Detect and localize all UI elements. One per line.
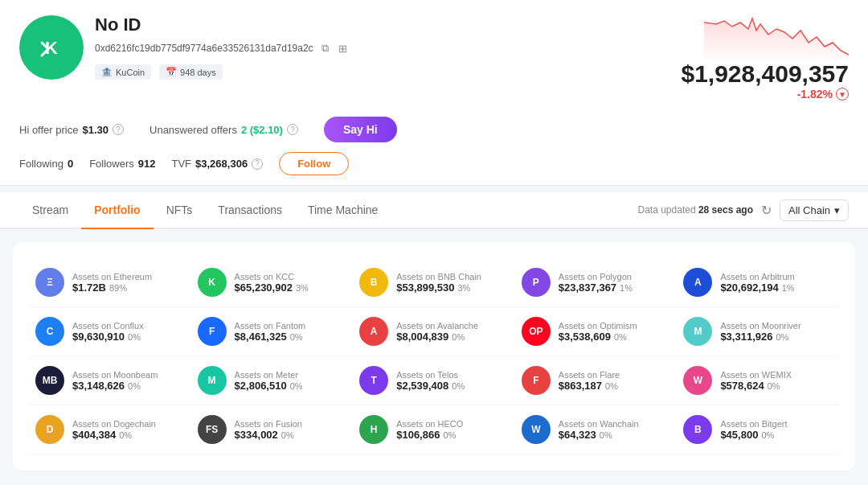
asset-info: Assets on Moonbeam$3,148,6260% bbox=[72, 370, 158, 392]
asset-value: $3,538,609 bbox=[559, 331, 611, 343]
asset-percent: 0% bbox=[614, 332, 627, 342]
chain-select-dropdown[interactable]: All Chain ▾ bbox=[780, 199, 849, 221]
asset-info: Assets on Conflux$9,630,9100% bbox=[72, 321, 144, 343]
hi-offer-help-icon[interactable]: ? bbox=[113, 124, 124, 135]
refresh-button[interactable]: ↻ bbox=[761, 203, 772, 218]
asset-percent: 0% bbox=[290, 381, 303, 391]
copy-address-button[interactable]: ⧉ bbox=[320, 40, 330, 56]
asset-info: Assets on Optimism$3,538,6090% bbox=[559, 321, 637, 343]
followers-stat: Followers 912 bbox=[89, 158, 155, 170]
asset-item: WAssets on WEMIX$578,6240% bbox=[677, 356, 839, 405]
asset-percent: 0% bbox=[452, 381, 465, 391]
platform-icon: 🏦 bbox=[101, 67, 113, 77]
tab-stream[interactable]: Stream bbox=[19, 192, 81, 229]
asset-info: Assets on WEMIX$578,6240% bbox=[720, 370, 792, 392]
asset-percent: 0% bbox=[443, 430, 456, 440]
tab-portfolio[interactable]: Portfolio bbox=[81, 192, 154, 229]
asset-value: $9,630,910 bbox=[72, 331, 125, 343]
calendar-icon: 📅 bbox=[166, 67, 177, 77]
asset-percent: 0% bbox=[761, 430, 774, 440]
asset-percent: 1% bbox=[782, 283, 795, 293]
asset-item: FSAssets on Fusion$334,0020% bbox=[191, 405, 354, 454]
asset-chain-icon: F bbox=[198, 317, 227, 346]
asset-chain-icon: P bbox=[522, 268, 551, 297]
tvf-stat: TVF $3,268,306 ? bbox=[171, 158, 263, 170]
asset-chain-name: Assets on Polygon bbox=[559, 272, 633, 282]
asset-percent: 0% bbox=[600, 430, 612, 440]
asset-info: Assets on Ethereum$1.72B89% bbox=[72, 272, 152, 294]
asset-chain-icon: F bbox=[522, 366, 551, 395]
tab-nfts[interactable]: NFTs bbox=[154, 192, 206, 229]
asset-percent: 0% bbox=[605, 381, 618, 391]
asset-chain-name: Assets on BNB Chain bbox=[396, 272, 481, 282]
asset-info: Assets on BNB Chain$53,899,5303% bbox=[396, 272, 481, 294]
asset-info: Assets on Arbitrum$20,692,1941% bbox=[720, 272, 794, 294]
asset-percent: 0% bbox=[128, 381, 141, 391]
asset-value: $23,837,367 bbox=[559, 282, 616, 294]
tabs-bar: Stream Portfolio NFTs Transactions Time … bbox=[0, 192, 868, 229]
asset-percent: 0% bbox=[281, 430, 294, 440]
circle-icon: ▼ bbox=[836, 88, 849, 101]
chevron-down-icon: ▾ bbox=[834, 204, 840, 216]
asset-item: KAssets on KCC$65,230,9023% bbox=[191, 258, 354, 307]
asset-chain-name: Assets on Meter bbox=[235, 370, 303, 380]
asset-item: TAssets on Telos$2,539,4080% bbox=[353, 356, 515, 405]
asset-percent: 0% bbox=[128, 332, 141, 342]
asset-chain-name: Assets on Moonbeam bbox=[72, 370, 158, 380]
assets-grid: ΞAssets on Ethereum$1.72B89%KAssets on K… bbox=[29, 258, 839, 454]
asset-chain-name: Assets on Bitgert bbox=[720, 419, 787, 429]
asset-info: Assets on Telos$2,539,4080% bbox=[396, 370, 465, 392]
asset-info: Assets on Meter$2,806,5100% bbox=[235, 370, 303, 392]
asset-item: MBAssets on Moonbeam$3,148,6260% bbox=[29, 356, 191, 405]
asset-chain-name: Assets on Fantom bbox=[235, 321, 306, 331]
asset-item: PAssets on Polygon$23,837,3671% bbox=[515, 258, 678, 307]
tab-time-machine[interactable]: Time Machine bbox=[295, 192, 391, 229]
asset-chain-name: Assets on Conflux bbox=[72, 321, 144, 331]
asset-chain-icon: W bbox=[683, 366, 712, 395]
asset-percent: 0% bbox=[290, 332, 303, 342]
asset-chain-name: Assets on Wanchain bbox=[559, 419, 639, 429]
asset-item: FAssets on Fantom$8,461,3250% bbox=[191, 307, 354, 356]
tvf-help-icon[interactable]: ? bbox=[252, 158, 263, 170]
asset-item: ΞAssets on Ethereum$1.72B89% bbox=[29, 258, 191, 307]
asset-percent: 3% bbox=[296, 283, 309, 293]
asset-info: Assets on HECO$106,8660% bbox=[396, 419, 463, 441]
asset-value: $578,624 bbox=[720, 380, 764, 392]
asset-item: AAssets on Avalanche$8,004,8390% bbox=[353, 307, 515, 356]
unanswered-help-icon[interactable]: ? bbox=[287, 124, 298, 135]
asset-item: OPAssets on Optimism$3,538,6090% bbox=[515, 307, 678, 356]
asset-item: FAssets on Flare$863,1870% bbox=[515, 356, 678, 405]
data-updated-label: Data updated 28 secs ago bbox=[638, 204, 753, 216]
asset-chain-name: Assets on Dogechain bbox=[72, 419, 156, 429]
asset-chain-name: Assets on Flare bbox=[559, 370, 620, 380]
asset-value: $3,311,926 bbox=[720, 331, 772, 343]
asset-percent: 1% bbox=[620, 283, 633, 293]
follow-button[interactable]: Follow bbox=[279, 152, 349, 175]
asset-chain-name: Assets on Ethereum bbox=[72, 272, 152, 282]
asset-info: Assets on Flare$863,1870% bbox=[559, 370, 620, 392]
wallet-address: 0xd6216fc19db775df9774a6e33526131da7d19a… bbox=[95, 43, 313, 54]
say-hi-button[interactable]: Say Hi bbox=[324, 117, 397, 142]
asset-chain-icon: C bbox=[35, 317, 64, 346]
asset-info: Assets on Polygon$23,837,3671% bbox=[559, 272, 633, 294]
asset-chain-icon: OP bbox=[522, 317, 551, 346]
asset-percent: 0% bbox=[776, 332, 788, 342]
asset-info: Assets on KCC$65,230,9023% bbox=[235, 272, 309, 294]
asset-value: $2,806,510 bbox=[235, 380, 287, 392]
asset-chain-icon: Ξ bbox=[35, 268, 64, 297]
asset-percent: 3% bbox=[457, 283, 470, 293]
asset-item: MAssets on Moonriver$3,311,9260% bbox=[677, 307, 839, 356]
qr-code-button[interactable]: ⊞ bbox=[337, 41, 349, 56]
asset-info: Assets on Fusion$334,0020% bbox=[235, 419, 302, 441]
asset-value: $8,461,325 bbox=[235, 331, 287, 343]
asset-chain-icon: A bbox=[359, 317, 388, 346]
asset-chain-icon: A bbox=[683, 268, 712, 297]
asset-item: HAssets on HECO$106,8660% bbox=[353, 405, 515, 454]
asset-chain-icon: FS bbox=[198, 415, 227, 444]
asset-chain-name: Assets on KCC bbox=[235, 272, 309, 282]
following-stat: Following 0 bbox=[19, 158, 73, 170]
asset-info: Assets on Moonriver$3,311,9260% bbox=[720, 321, 800, 343]
platform-badge: 🏦 KuCoin bbox=[95, 64, 151, 80]
tab-transactions[interactable]: Transactions bbox=[205, 192, 295, 229]
asset-chain-icon: K bbox=[198, 268, 227, 297]
